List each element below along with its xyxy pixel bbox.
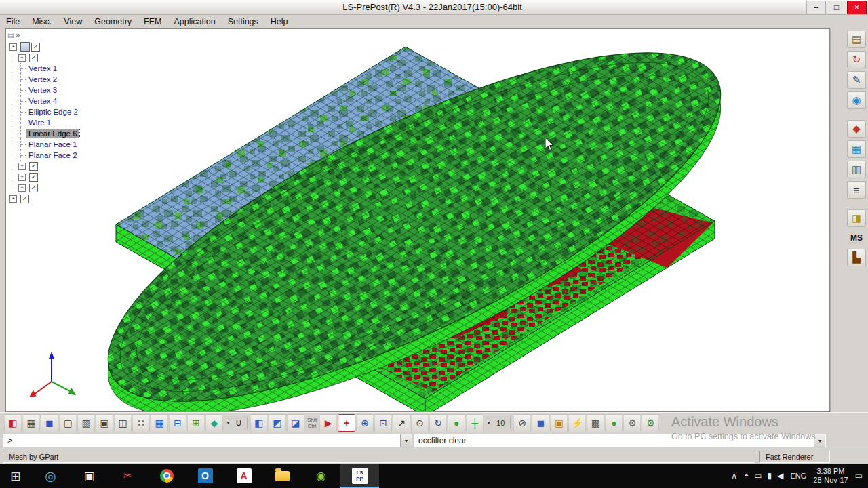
tray-battery-icon[interactable]: ▮ (768, 471, 772, 481)
part-checkbox[interactable]: ✓ (29, 184, 38, 192)
material-gem-icon[interactable]: ◆ (205, 414, 223, 432)
hidden-line-icon[interactable]: ▧ (77, 414, 95, 432)
ls-prepost-button[interactable]: LS PP (340, 464, 379, 488)
file-explorer-button[interactable] (263, 464, 302, 488)
tree-item-label[interactable]: Planar Face 2 (26, 151, 79, 159)
tree-item-label[interactable]: Wire 1 (26, 119, 53, 127)
acrobat-button[interactable]: A (224, 464, 263, 488)
language-indicator[interactable]: ENG (790, 472, 806, 480)
tree-item-label[interactable]: Vertex 4 (26, 97, 59, 105)
toolbar-overflow[interactable]: ▤ » (7, 30, 20, 39)
highlight-icon[interactable]: ◨ (847, 209, 866, 227)
process-gear-icon[interactable]: ⚙ (642, 414, 659, 432)
command-history-value[interactable]: occfilter clear (414, 434, 814, 447)
pick-arrow-icon[interactable]: ↗ (393, 414, 410, 432)
zoom-window-icon[interactable]: ⊡ (374, 414, 392, 432)
menu-misc[interactable]: Misc. (26, 16, 58, 28)
sphere-mode-icon[interactable]: ● (448, 414, 465, 432)
table-grid-icon[interactable]: ▦ (847, 140, 866, 158)
doc-pages-icon[interactable]: ▤ (847, 30, 866, 48)
refresh-icon[interactable]: ↻ (847, 51, 866, 68)
command-dropdown-icon[interactable]: ▾ (400, 434, 412, 447)
search-button[interactable]: ◎ (31, 464, 70, 488)
tree-item-label[interactable]: Elliptic Edge 2 (26, 108, 80, 116)
anim-lightning-icon[interactable]: ⚡ (568, 414, 586, 432)
notes-button[interactable]: ◉ (302, 464, 340, 488)
command-input[interactable]: > ▾ (3, 434, 412, 447)
view-front-icon[interactable]: ◧ (250, 414, 268, 432)
outlook-button[interactable]: O (186, 464, 224, 488)
branch-checkbox[interactable]: ✓ (29, 54, 38, 62)
clock[interactable]: 3:38 PM 28-Nov-17 (813, 467, 848, 485)
probe-icon[interactable]: ◆ (847, 120, 866, 138)
part-checkbox[interactable]: ✓ (20, 195, 29, 203)
chrome-button[interactable] (147, 464, 186, 488)
rotate-mode-icon[interactable]: ▶ (319, 414, 337, 432)
list-icon[interactable]: ≡ (847, 181, 866, 199)
menu-settings[interactable]: Settings (222, 16, 264, 28)
mesh-display-icon[interactable]: ▦ (151, 414, 168, 432)
menu-fem[interactable]: FEM (138, 16, 167, 28)
snapshot-icon[interactable]: ▣ (550, 414, 568, 432)
tree-item-label[interactable]: Vertex 2 (26, 75, 59, 83)
rotate-view-icon[interactable]: ↻ (429, 414, 447, 432)
action-center-icon[interactable]: ▭ (855, 471, 863, 481)
annotate-pencil-icon[interactable]: ✎ (847, 71, 866, 89)
minimize-button[interactable]: – (806, 1, 826, 14)
center-view-icon[interactable]: ⊙ (411, 414, 429, 432)
part-group-icon[interactable]: ⊞ (187, 414, 205, 432)
feature-line-icon[interactable]: ◫ (114, 414, 132, 432)
tree-item-label[interactable]: Planar Face 1 (26, 140, 79, 148)
model-box-icon[interactable]: ◼ (532, 414, 549, 432)
pick-add-icon[interactable]: + (338, 414, 355, 432)
zoom-in-icon[interactable]: ⊕ (356, 414, 374, 432)
tree-item-label[interactable]: Vertex 1 (26, 64, 59, 73)
menu-application[interactable]: Application (167, 16, 221, 28)
axis-toggle-icon[interactable]: ┼ (466, 414, 484, 432)
task-view-button[interactable]: ▣ (70, 464, 108, 488)
globe-icon[interactable]: ◉ (847, 92, 866, 109)
tree-item-label[interactable]: Vertex 3 (26, 86, 59, 94)
tray-display-icon[interactable]: ▭ (754, 471, 762, 481)
part-checkbox[interactable]: ✓ (29, 173, 38, 182)
angle-dropdown-icon[interactable]: ▾ (484, 415, 493, 431)
checker-display-icon[interactable]: ▩ (587, 414, 604, 432)
clip-section-icon[interactable]: ◧ (4, 414, 22, 432)
tree-item-label-selected[interactable]: Linear Edge 6 (26, 129, 79, 138)
shrink-element-icon[interactable]: ⊟ (169, 414, 186, 432)
expand-icon[interactable]: + (9, 43, 17, 51)
history-dropdown-icon[interactable]: ▾ (814, 434, 825, 447)
menu-file[interactable]: File (0, 16, 26, 28)
tray-expand-chevron[interactable]: ∧ (731, 471, 737, 481)
viewport[interactable]: ▤ » + ✓ − ✓ Vertex 1 Vertex 2 Vertex 3 V… (5, 28, 830, 412)
maximize-button[interactable]: □ (827, 1, 846, 14)
gem-dropdown-icon[interactable]: ▾ (224, 415, 233, 431)
expand-icon[interactable]: + (9, 195, 17, 203)
expand-icon[interactable]: + (18, 163, 26, 170)
view-top-icon[interactable]: ◩ (269, 414, 286, 432)
view-iso-icon[interactable]: ◪ (287, 414, 304, 432)
command-history[interactable]: occfilter clear ▾ (414, 434, 826, 447)
menu-help[interactable]: Help (264, 16, 294, 28)
command-prompt[interactable]: > (3, 434, 400, 447)
render-quality-icon[interactable]: ● (605, 414, 623, 432)
shade-edge-icon[interactable]: ▣ (96, 414, 113, 432)
snipping-tool-button[interactable]: ✂ (108, 464, 147, 488)
tray-volume-icon[interactable]: ◀ (777, 471, 783, 481)
menu-view[interactable]: View (58, 16, 88, 28)
panel-icon[interactable]: ▥ (847, 161, 866, 178)
root-checkbox[interactable]: ✓ (31, 43, 40, 52)
ms-tool-label[interactable]: MS (848, 230, 865, 246)
tray-status-icon[interactable]: ◓ (744, 471, 749, 481)
start-button[interactable]: ⊞ (0, 464, 31, 488)
smooth-shade-icon[interactable]: ▦ (22, 414, 40, 432)
menu-geometry[interactable]: Geometry (88, 16, 138, 28)
chart-icon[interactable]: ▙ (847, 249, 866, 266)
collapse-icon[interactable]: − (18, 54, 26, 62)
undeform-toggle[interactable]: U (233, 415, 244, 431)
settings-gear-icon[interactable]: ⚙ (623, 414, 641, 432)
measure-icon[interactable]: ⊘ (513, 414, 531, 432)
wireframe-icon[interactable]: ▢ (59, 414, 77, 432)
close-button[interactable]: × (847, 1, 867, 14)
expand-icon[interactable]: + (18, 174, 26, 181)
